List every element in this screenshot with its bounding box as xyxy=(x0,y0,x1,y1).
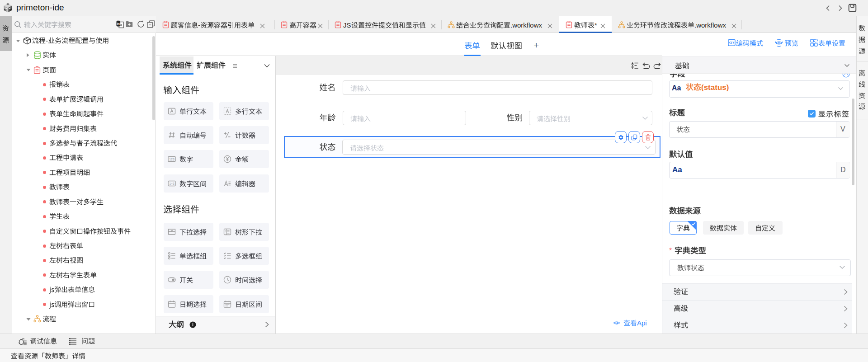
svg-text:123: 123 xyxy=(169,158,175,161)
svg-text:1~3: 1~3 xyxy=(169,182,174,185)
svg-text:in: in xyxy=(117,22,120,25)
